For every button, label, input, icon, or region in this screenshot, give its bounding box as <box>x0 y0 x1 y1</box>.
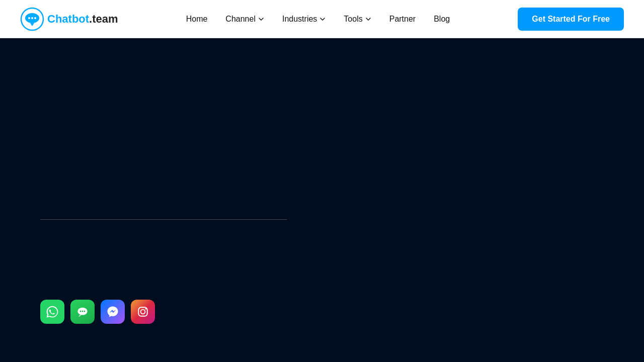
decorative-line <box>40 219 287 220</box>
nav-item-blog[interactable]: Blog <box>434 15 450 24</box>
get-started-button[interactable]: Get Started For Free <box>518 8 624 31</box>
imessage-icon[interactable] <box>70 300 95 324</box>
header: Chatbot.team Home Channel Industries Too… <box>0 0 644 38</box>
svg-point-3 <box>31 17 33 19</box>
nav-item-partner[interactable]: Partner <box>389 15 416 24</box>
logo-text: Chatbot.team <box>47 13 118 26</box>
chevron-down-icon <box>319 16 326 22</box>
social-icons-row <box>40 300 155 324</box>
svg-point-2 <box>28 17 30 19</box>
chevron-down-icon <box>365 16 371 22</box>
whatsapp-icon[interactable] <box>40 300 64 324</box>
svg-point-4 <box>34 17 36 19</box>
messenger-icon[interactable] <box>101 300 125 324</box>
svg-point-11 <box>145 308 146 310</box>
instagram-icon[interactable] <box>131 300 155 324</box>
main-content <box>0 38 644 362</box>
logo-icon <box>20 7 44 31</box>
nav-item-tools[interactable]: Tools <box>344 15 371 24</box>
svg-point-6 <box>80 311 82 312</box>
nav-item-industries[interactable]: Industries <box>282 15 326 24</box>
chevron-down-icon <box>258 16 264 22</box>
svg-point-8 <box>84 311 86 312</box>
nav-item-channel[interactable]: Channel <box>225 15 264 24</box>
svg-point-10 <box>141 310 145 314</box>
svg-point-7 <box>82 311 84 312</box>
logo[interactable]: Chatbot.team <box>20 7 118 31</box>
main-nav: Home Channel Industries Tools Partner Bl… <box>186 15 450 24</box>
nav-item-home[interactable]: Home <box>186 15 208 24</box>
